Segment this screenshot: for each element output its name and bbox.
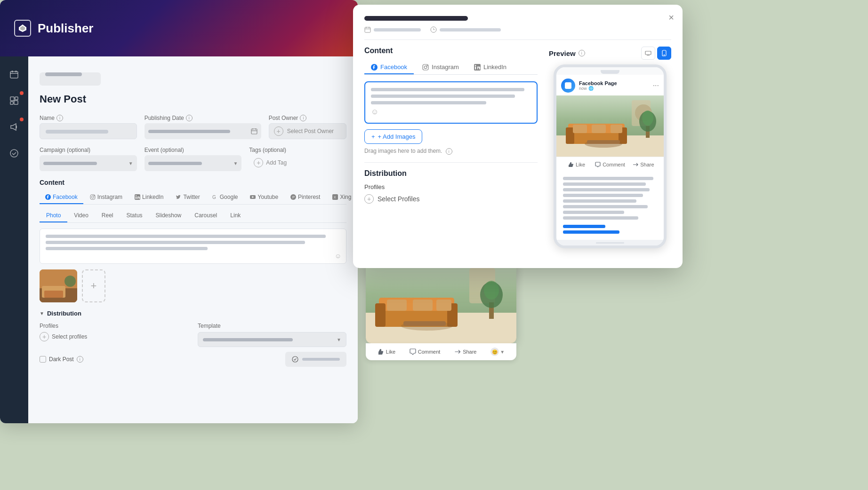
svg-rect-11 bbox=[251, 129, 257, 134]
profiles-plus-icon: + bbox=[40, 332, 49, 341]
event-select[interactable]: ▼ bbox=[145, 155, 242, 171]
template-label: Template bbox=[198, 323, 346, 329]
search-bar[interactable] bbox=[40, 72, 101, 86]
add-image-button[interactable]: + bbox=[82, 269, 105, 302]
modal-meta-calendar bbox=[364, 26, 421, 33]
template-select[interactable]: ▼ bbox=[198, 332, 346, 347]
tab-instagram[interactable]: Instagram bbox=[84, 191, 128, 204]
add-images-icon: + bbox=[371, 133, 375, 140]
tab-linkedin[interactable]: LinkedIn bbox=[129, 191, 169, 204]
svg-point-18 bbox=[94, 196, 94, 196]
date-input[interactable] bbox=[145, 123, 261, 139]
svg-point-17 bbox=[91, 196, 94, 198]
modal-meta-row bbox=[364, 26, 671, 33]
phone-status-bar bbox=[556, 67, 664, 75]
modal-close-button[interactable]: × bbox=[668, 12, 674, 23]
campaign-field: Campaign (optional) ▼ bbox=[40, 147, 137, 171]
sidebar-icon-megaphone[interactable] bbox=[6, 119, 23, 135]
svg-point-38 bbox=[292, 356, 298, 362]
publisher-body: New Post Name i Publishing Date i bbox=[0, 56, 358, 423]
name-field: Name i bbox=[40, 115, 137, 139]
sidebar-icon-calendar[interactable] bbox=[6, 66, 23, 83]
post-type-status[interactable]: Status bbox=[120, 209, 149, 222]
modal-profiles-plus-icon: + bbox=[364, 194, 374, 204]
add-tag-button[interactable]: + Add Tag bbox=[249, 155, 346, 170]
add-images-button[interactable]: + + Add Images bbox=[364, 129, 422, 144]
owner-info-icon: i bbox=[300, 115, 306, 121]
mobile-view-button[interactable] bbox=[657, 47, 671, 60]
sidebar-icon-layers[interactable] bbox=[6, 92, 23, 109]
emoji-icon[interactable]: ☺ bbox=[335, 252, 341, 260]
modal-divider-2 bbox=[364, 162, 538, 163]
tab-youtube[interactable]: Youtube bbox=[244, 191, 284, 204]
name-input[interactable] bbox=[40, 123, 137, 139]
modal-tab-instagram[interactable]: Instagram bbox=[416, 61, 466, 74]
image-thumb-1[interactable] bbox=[40, 269, 77, 302]
svg-point-10 bbox=[10, 150, 18, 157]
save-icon bbox=[292, 356, 298, 363]
tab-google[interactable]: G Google bbox=[207, 191, 244, 204]
select-profiles-button[interactable]: + Select profiles bbox=[40, 332, 188, 341]
profiles-column: Profiles + Select profiles bbox=[40, 323, 188, 341]
scrollbar bbox=[596, 242, 624, 244]
tab-facebook[interactable]: Facebook bbox=[40, 191, 83, 204]
dark-post-checkbox[interactable] bbox=[40, 356, 46, 363]
svg-rect-6 bbox=[10, 97, 14, 101]
modal-distribution-section: Distribution Profiles + Select Profiles bbox=[364, 169, 538, 204]
svg-point-47 bbox=[427, 65, 427, 65]
post-options-icon[interactable]: ··· bbox=[653, 81, 659, 90]
background-post-image bbox=[366, 261, 516, 343]
publisher-sidebar bbox=[0, 56, 28, 423]
dark-post-info-icon: i bbox=[77, 356, 83, 363]
modal-emoji-icon[interactable]: ☺ bbox=[371, 108, 531, 116]
svg-rect-80 bbox=[387, 300, 407, 311]
svg-rect-2 bbox=[10, 71, 18, 78]
post-type-slideshow[interactable]: Slideshow bbox=[149, 209, 188, 222]
share-button[interactable]: Share bbox=[628, 160, 659, 169]
like-button[interactable]: Like bbox=[561, 160, 592, 169]
post-like-action[interactable]: Like bbox=[378, 348, 395, 355]
modal-preview-column: Preview i bbox=[549, 47, 671, 248]
post-comment-action[interactable]: Comment bbox=[410, 348, 441, 355]
svg-rect-49 bbox=[475, 66, 476, 69]
post-share-action[interactable]: Share bbox=[454, 348, 476, 355]
post-type-photo[interactable]: Photo bbox=[40, 209, 67, 222]
post-actions: Like Comment Share bbox=[556, 157, 664, 172]
modal-tab-linkedin[interactable]: LinkedIn bbox=[467, 61, 513, 74]
tab-xing[interactable]: X Xing bbox=[327, 191, 357, 204]
tab-twitter[interactable]: Twitter bbox=[170, 191, 205, 204]
campaign-select[interactable]: ▼ bbox=[40, 155, 137, 171]
modal-platform-tabs: Facebook Instagram LinkedIn bbox=[364, 61, 538, 75]
svg-point-37 bbox=[64, 276, 76, 287]
distribution-chevron-icon: ▼ bbox=[40, 311, 44, 316]
post-actions-bar: Like Comment Share 😊 ▼ bbox=[366, 343, 516, 360]
post-type-reel[interactable]: Reel bbox=[95, 209, 120, 222]
comment-button[interactable]: Comment bbox=[593, 160, 627, 169]
save-button[interactable] bbox=[285, 352, 346, 367]
modal-content-title: Content bbox=[364, 47, 538, 55]
modal-select-profiles-button[interactable]: + Select Profiles bbox=[364, 194, 538, 204]
tab-pinterest[interactable]: P Pinterest bbox=[285, 191, 326, 204]
post-type-link[interactable]: Link bbox=[224, 209, 247, 222]
event-chevron-icon: ▼ bbox=[233, 161, 238, 166]
publisher-logo bbox=[14, 20, 31, 37]
comment-icon bbox=[595, 162, 601, 167]
modal-post-textarea[interactable]: ☺ bbox=[364, 81, 538, 124]
publisher-title: Publisher bbox=[38, 21, 93, 36]
publisher-window: Publisher bbox=[0, 0, 358, 423]
svg-point-50 bbox=[475, 65, 476, 66]
post-owner-button[interactable]: + Select Post Owner bbox=[269, 123, 346, 139]
sidebar-icon-check[interactable] bbox=[6, 145, 23, 162]
post-type-carousel[interactable]: Carousel bbox=[188, 209, 224, 222]
event-field: Event (optional) ▼ bbox=[145, 147, 242, 171]
page-name: Facebook Page bbox=[579, 80, 617, 86]
form-row-campaign: Campaign (optional) ▼ Event (optional) ▼ bbox=[40, 147, 346, 171]
date-info-icon: i bbox=[186, 115, 193, 121]
post-textarea[interactable]: ☺ bbox=[40, 229, 346, 264]
modal-tab-facebook[interactable]: Facebook bbox=[364, 61, 414, 74]
post-type-video[interactable]: Video bbox=[67, 209, 95, 222]
page-title: New Post bbox=[40, 93, 346, 105]
desktop-view-button[interactable] bbox=[641, 47, 655, 60]
desktop-icon bbox=[645, 51, 651, 55]
author-avatar bbox=[561, 79, 575, 93]
